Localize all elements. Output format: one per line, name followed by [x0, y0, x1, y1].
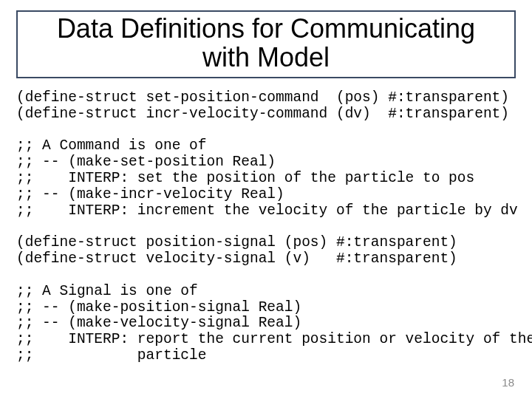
- code-block: (define-struct set-position-command (pos…: [16, 90, 516, 364]
- slide-title: Data Definitions for Communicating with …: [25, 15, 507, 72]
- slide-title-box: Data Definitions for Communicating with …: [16, 10, 516, 78]
- page-number: 18: [502, 376, 514, 389]
- title-line-2: with Model: [202, 42, 330, 72]
- slide: Data Definitions for Communicating with …: [0, 0, 532, 399]
- title-line-1: Data Definitions for Communicating: [57, 13, 475, 44]
